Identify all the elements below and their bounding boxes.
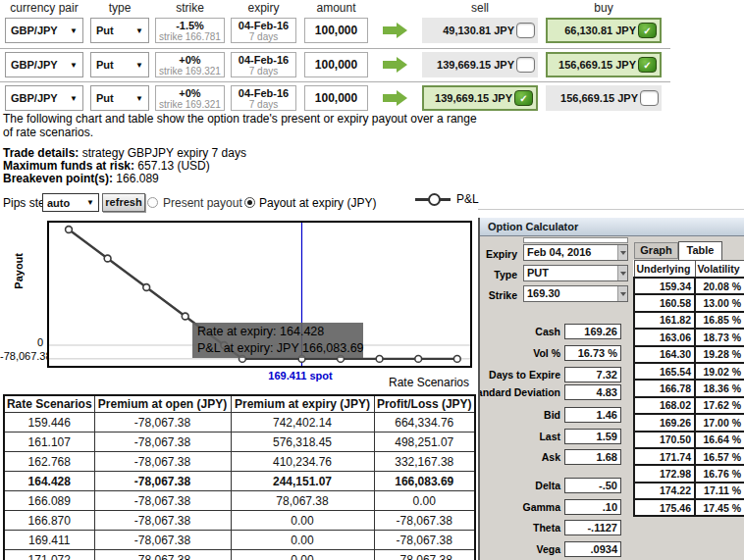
stat-input[interactable]: -.50 [564, 478, 621, 493]
col-header-rate: Rate Scenarios [4, 395, 94, 413]
scenario-cell: -78,067.38 [94, 472, 231, 491]
strike-display[interactable]: -1.5% strike 166.781 [155, 18, 225, 43]
scenario-header-row: Rate Scenarios Premium at open (JPY) Pre… [4, 395, 475, 413]
description-line1: The following chart and table show the o… [3, 112, 477, 126]
strike-display[interactable]: +0% strike 169.321 [155, 85, 225, 111]
volatility-cell: 170.50 [634, 432, 695, 448]
data-point-marker[interactable] [415, 356, 422, 363]
stat-input[interactable]: .0934 [564, 541, 621, 557]
buy-option[interactable]: 156,669.15 JPY ✓ [546, 52, 662, 77]
volatility-cell: 17.11 % [695, 483, 744, 499]
scenario-row: 164.428-78,067.38244,151.07166,083.69 [4, 472, 475, 491]
stat-input[interactable]: 169.26 [564, 324, 621, 339]
expiry-combo[interactable]: Feb 04, 2016 [523, 244, 628, 261]
strike-value: strike 169.321 [156, 99, 224, 110]
stat-label: Cash [535, 326, 560, 337]
currency-pair-select[interactable]: GBP/JPY ▼ [5, 18, 83, 43]
pips-step-select[interactable]: auto ▼ [42, 193, 99, 212]
data-point-marker[interactable] [143, 284, 150, 291]
stat-label: Standard Deviation [478, 386, 560, 398]
strike-percent: +0% [156, 54, 224, 66]
volatility-row: 160.5813.00 % [634, 294, 744, 311]
option-type-select[interactable]: Put ▼ [90, 18, 149, 43]
col-header-premium-open: Premium at open (JPY) [94, 395, 231, 413]
amount-field[interactable]: 100,000 [304, 18, 368, 43]
stat-input[interactable]: 1.46 [564, 407, 621, 423]
strike-combo[interactable]: 169.30 [523, 285, 628, 302]
data-point-marker[interactable] [104, 255, 111, 262]
header-expiry: expiry [231, 1, 296, 15]
volatility-cell: 159.34 [634, 278, 695, 294]
volatility-cell: 16.85 % [695, 312, 744, 329]
tab-graph[interactable]: Graph [634, 242, 678, 259]
stat-input[interactable]: 4.83 [564, 384, 621, 400]
checked-checkbox-icon[interactable]: ✓ [638, 57, 657, 73]
window-title-bar[interactable]: Option Calculator [480, 218, 744, 236]
scenario-cell: 161.107 [4, 433, 94, 452]
combo-arrow-icon[interactable] [617, 286, 627, 301]
expiry-days: 7 days [232, 99, 295, 110]
stat-input[interactable]: 7.32 [564, 367, 621, 382]
scenario-cell: 0.00 [231, 550, 374, 560]
sell-option[interactable]: 139,669.15 JPY [422, 52, 538, 77]
currency-pair-select[interactable]: GBP/JPY ▼ [5, 52, 83, 77]
amount-field[interactable]: 100,000 [304, 52, 368, 77]
buy-option[interactable]: 66,130.81 JPY ✓ [546, 18, 662, 43]
scenario-cell: -78,067.38 [374, 511, 475, 531]
strike-percent: -1.5% [156, 20, 224, 31]
clipped-combo [523, 237, 628, 243]
present-payout-radio[interactable] [147, 197, 158, 208]
expiry-display[interactable]: 04-Feb-16 7 days [231, 85, 296, 111]
stat-input[interactable]: -.1127 [564, 520, 621, 535]
col-header-volatility: Volatility [695, 261, 744, 279]
trade-row: GBP/JPY ▼ Put ▼ -1.5% strike 166.781 04-… [0, 18, 687, 43]
y-tick-zero: 0 [0, 336, 43, 348]
scenario-row: 171.072-78,067.380.00-78,067.38 [4, 550, 475, 560]
sell-option[interactable]: 49,130.81 JPY [422, 18, 538, 43]
scenario-cell: 742,402.14 [231, 413, 374, 433]
option-type-select[interactable]: Put ▼ [90, 85, 149, 111]
sell-option[interactable]: 139,669.15 JPY ✓ [422, 85, 538, 111]
volatility-cell: 172.98 [634, 465, 695, 482]
combo-arrow-icon[interactable] [617, 266, 627, 280]
header-currency-pair: currency pair [5, 1, 83, 15]
stat-input[interactable]: .10 [564, 499, 621, 515]
strike-display[interactable]: +0% strike 169.321 [155, 52, 225, 77]
header-strike: strike [155, 1, 225, 15]
volatility-cell: 18.73 % [695, 329, 744, 345]
stat-input[interactable]: 1.68 [564, 449, 621, 465]
refresh-button[interactable]: refresh [102, 193, 145, 212]
stat-input[interactable]: 1.59 [564, 429, 621, 444]
combo-arrow-icon[interactable] [617, 245, 627, 260]
option-type-select[interactable]: Put ▼ [90, 52, 149, 77]
stat-label: Days to Expire [489, 369, 560, 381]
volatility-cell: 164.30 [634, 346, 695, 363]
volatility-cell: 175.46 [634, 499, 695, 516]
unchecked-checkbox-icon[interactable] [516, 23, 535, 38]
volatility-cell: 168.02 [634, 397, 695, 414]
data-point-marker[interactable] [453, 356, 460, 363]
volatility-row: 168.0217.62 % [634, 397, 744, 414]
scenario-row: 162.768-78,067.38410,234.76332,167.38 [4, 452, 475, 472]
expiry-display[interactable]: 04-Feb-16 7 days [231, 52, 296, 77]
stat-label: Ask [542, 451, 560, 463]
buy-option[interactable]: 156,669.15 JPY [546, 85, 662, 111]
unchecked-checkbox-icon[interactable] [516, 57, 535, 73]
col-header-premium-expiry: Premium at expiry (JPY) [231, 395, 374, 413]
expiry-date: 04-Feb-16 [232, 87, 295, 99]
chevron-down-icon: ▼ [135, 94, 143, 103]
stat-input[interactable]: 16.73 % [564, 345, 621, 361]
type-combo[interactable]: PUT [523, 265, 628, 281]
unchecked-checkbox-icon[interactable] [640, 90, 659, 106]
payout-at-expiry-radio[interactable] [244, 197, 255, 208]
data-point-marker[interactable] [66, 227, 73, 233]
data-point-marker[interactable] [182, 313, 188, 320]
tab-table[interactable]: Table [678, 241, 722, 260]
amount-field[interactable]: 100,000 [304, 85, 368, 111]
data-point-marker[interactable] [376, 356, 383, 363]
checked-checkbox-icon[interactable]: ✓ [514, 90, 533, 106]
expiry-display[interactable]: 04-Feb-16 7 days [231, 18, 296, 43]
currency-pair-select[interactable]: GBP/JPY ▼ [5, 85, 83, 111]
scenario-cell: 171.072 [4, 550, 94, 560]
checked-checkbox-icon[interactable]: ✓ [638, 23, 657, 38]
